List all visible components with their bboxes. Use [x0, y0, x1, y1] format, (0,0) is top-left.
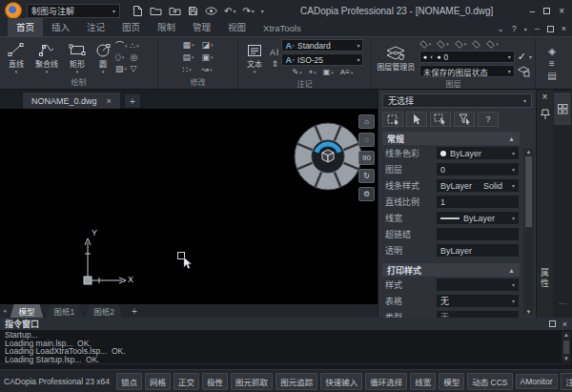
scroll-down-icon[interactable]: ▼	[526, 309, 532, 315]
lineweight-toggle[interactable]: 线宽	[410, 373, 436, 390]
lineweight-value[interactable]: ByLayer ▾	[437, 212, 519, 224]
palette-close-button[interactable]: ×	[542, 93, 548, 102]
doc-close-button[interactable]: ×	[562, 24, 566, 33]
scroll-thumb[interactable]	[525, 156, 532, 227]
restore-button[interactable]	[543, 8, 550, 14]
leader-button[interactable]: ✎▾	[292, 68, 301, 77]
ellipse-button[interactable]: ⬯▾	[115, 52, 128, 62]
text-check-button[interactable]: A⌇	[270, 48, 279, 57]
command-window-header[interactable]: 指令窗口 ×	[0, 318, 572, 330]
layer-combo[interactable]: ● ◐ ● 0 ▾	[419, 51, 515, 63]
home-view-button[interactable]: ⌂	[358, 114, 375, 129]
line-button[interactable]: 直线 ▾	[3, 42, 30, 73]
general-section-header[interactable]: 常规 ▲	[382, 132, 520, 145]
layer-freeze-button[interactable]: ▾	[437, 39, 449, 49]
tab-view[interactable]: 视图	[219, 18, 255, 36]
new-file-button[interactable]	[133, 5, 143, 17]
polar-toggle[interactable]: 极性	[202, 373, 228, 390]
sheet1-tab[interactable]: 图纸1	[46, 304, 84, 319]
import-button[interactable]	[169, 6, 181, 16]
offset-button[interactable]: ▤▾	[182, 52, 194, 62]
doc-minimize-button[interactable]: –	[535, 24, 540, 33]
layer-isolate-button[interactable]: ▾	[419, 39, 432, 49]
circle-button[interactable]: 圆 ▾	[92, 42, 113, 73]
text-button[interactable]: 文本 ▾	[241, 44, 268, 73]
workspace-selector[interactable]: 制图与注解 ▾	[27, 4, 120, 18]
scroll-up-icon[interactable]: ▲	[563, 331, 569, 340]
blocks-button[interactable]: ▤	[547, 71, 556, 81]
minimize-ribbon-button[interactable]: ⌄	[497, 24, 504, 33]
help-button[interactable]: ?	[512, 24, 517, 33]
dim-style-combo[interactable]: A◦ ISO-25 ▾	[281, 53, 363, 66]
select-window-button[interactable]	[430, 112, 451, 127]
amonitor-toggle[interactable]: AMonitor	[516, 374, 558, 389]
layer-state-combo[interactable]: 未保存的图层状态 ▾	[419, 65, 515, 77]
save-button[interactable]	[188, 6, 198, 16]
table-value[interactable]: 无 ▾	[437, 295, 519, 307]
layer-lock-button[interactable]: ▾	[455, 39, 467, 49]
table-button[interactable]: ▣▾	[323, 68, 334, 77]
etrack-toggle[interactable]: 图元追踪	[276, 373, 317, 390]
style-value[interactable]: ▾	[437, 279, 519, 291]
polygon-button[interactable]: ▽	[131, 64, 139, 73]
dynamic-ccs-toggle[interactable]: 动态 CCS	[467, 373, 512, 390]
hatch-button[interactable]: ▨▾	[115, 64, 128, 73]
library-palette-tab[interactable]	[554, 93, 571, 125]
selection-filter-button[interactable]	[454, 112, 475, 127]
polyline-button[interactable]: 聚合线 ▾	[31, 42, 62, 73]
model-toggle[interactable]: 模型	[439, 373, 464, 390]
scroll-down-icon[interactable]: ▼	[563, 355, 569, 363]
customize-qat-button[interactable]: ▾	[261, 8, 264, 14]
more-palettes-icon[interactable]: ⋯	[559, 299, 566, 308]
properties-help-button[interactable]: ?	[478, 112, 499, 127]
tab-home[interactable]: 首页	[8, 18, 43, 36]
doc-restore-button[interactable]	[547, 26, 554, 32]
tab-manage[interactable]: 管理	[184, 18, 219, 36]
match-layer-button[interactable]: ✓	[518, 51, 526, 63]
navigation-wheel[interactable]	[290, 118, 366, 195]
quick-select-button[interactable]	[406, 112, 427, 127]
model-tab[interactable]: 模型	[10, 304, 44, 319]
scroll-thumb[interactable]	[563, 340, 569, 354]
move-button[interactable]: ∷▾	[182, 65, 194, 74]
command-history[interactable]: Startup... Loading main.lsp... OK. Loadi…	[0, 330, 572, 363]
tab-annotate[interactable]: 注记	[78, 18, 113, 36]
select-entities-button[interactable]	[382, 112, 403, 127]
region-button[interactable]: ◎	[131, 52, 139, 62]
rectangle-button[interactable]: 矩形 ▾	[64, 42, 91, 73]
cycleselect-toggle[interactable]: 循环选择	[365, 373, 407, 390]
selection-combo[interactable]: 无选择 ▾	[382, 93, 532, 108]
new-document-tab-button[interactable]: +	[125, 94, 140, 108]
layer-walk-button[interactable]	[472, 40, 480, 49]
print-preview-button[interactable]	[205, 7, 217, 15]
redo-button[interactable]: ↷▾	[242, 6, 254, 16]
rotate-90-button[interactable]: 90	[358, 151, 375, 165]
linescale-value[interactable]: 1	[437, 196, 519, 208]
linestyle-value[interactable]: ByLayer Solid ▾	[437, 179, 519, 192]
cadopia-logo-icon[interactable]	[5, 2, 22, 19]
printstyle-section-header[interactable]: 打印样式 ▲	[382, 263, 520, 277]
layer-value[interactable]: 0 ▾	[437, 163, 519, 175]
array-button[interactable]: ▦▾	[182, 40, 194, 50]
command-scrollbar[interactable]: ▲ ▼	[562, 331, 571, 362]
scroll-up-icon[interactable]: ▲	[526, 149, 532, 155]
undo-button[interactable]: ↶▾	[224, 6, 235, 16]
tab-xtratools[interactable]: XtraTools	[255, 21, 310, 36]
hyperlink-value[interactable]	[437, 228, 519, 240]
tab-scroll-left-icon[interactable]: ◂	[3, 307, 7, 315]
esnap-toggle[interactable]: 图元抓取	[231, 373, 273, 390]
ortho-toggle[interactable]: 正交	[174, 373, 199, 390]
drawing-canvas[interactable]: ⌂ ◌ 90 ↻ ⚙	[0, 109, 378, 304]
text-style-combo[interactable]: A◦ Standard ▾	[281, 39, 363, 52]
layer-manager-button[interactable]: 图层管理员	[375, 46, 418, 72]
properties-vertical-tab[interactable]: 属性	[539, 268, 551, 289]
layer-off-button[interactable]: ▾	[486, 39, 499, 49]
tab-insert[interactable]: 插入	[43, 18, 78, 36]
palette-scrollbar[interactable]: ▲ ▼	[523, 149, 534, 315]
open-file-button[interactable]	[150, 6, 162, 16]
grid-toggle[interactable]: 网格	[145, 373, 171, 390]
quickinput-toggle[interactable]: 快速输入	[320, 373, 362, 390]
erase-button[interactable]: ◪▾	[202, 40, 214, 50]
text-align-button[interactable]: A≡▾	[340, 68, 354, 77]
float-window-button[interactable]	[549, 320, 556, 327]
